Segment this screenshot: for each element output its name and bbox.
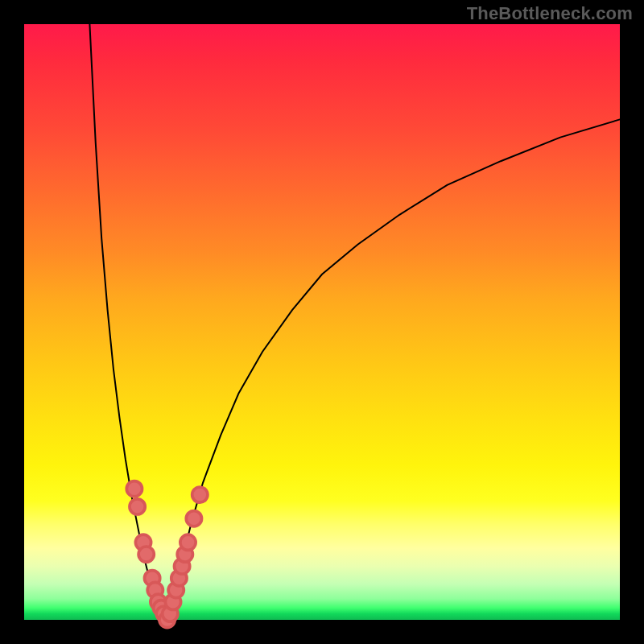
curve-right-branch [167, 119, 620, 620]
watermark-text: TheBottleneck.com [467, 3, 633, 24]
data-point [130, 499, 145, 514]
data-point [192, 487, 208, 502]
plot-area [24, 24, 620, 620]
data-point [126, 481, 142, 497]
chart-svg [24, 24, 620, 620]
data-point [138, 547, 154, 562]
data-points-group [126, 481, 208, 628]
data-point [180, 535, 196, 550]
curve-left-branch [89, 24, 167, 620]
data-point [186, 511, 201, 526]
chart-stage: TheBottleneck.com [0, 0, 644, 644]
